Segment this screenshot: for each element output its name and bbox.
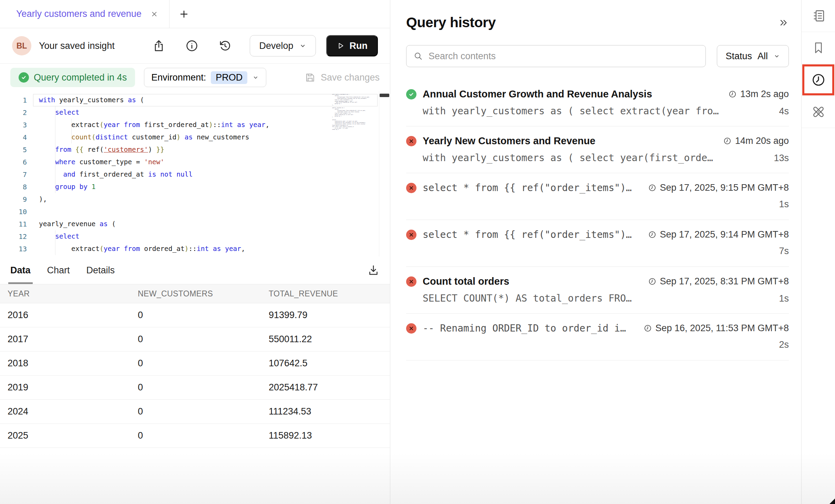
table-cell: 0 [138,334,269,345]
save-changes-button[interactable]: Save changes [304,72,380,83]
column-header-new-customers: NEW_CUSTOMERS [138,289,269,298]
version-history-icon[interactable] [218,39,232,53]
avatar: BL [12,36,31,55]
sidebar-item-explore[interactable] [802,96,835,128]
success-status-icon [406,89,416,99]
develop-button[interactable]: Develop [250,35,316,56]
document-header: BL Your saved insight Develop [0,28,390,64]
line-number: 10 [0,206,33,218]
results-tab-bar: Data Chart Details [0,256,390,284]
clock-icon [723,137,732,145]
code-line[interactable]: 8 group by 1 [0,181,390,193]
code-text: and first_ordered_at is not null [33,168,378,181]
query-history-item[interactable]: Yearly New Customers and Revenue14m 20s … [406,126,789,173]
status-bar: Query completed in 4s Environment: PROD … [0,64,390,91]
clock-icon [648,183,657,192]
code-text: from {{ ref('customers') }} [33,144,378,156]
tab-data[interactable]: Data [10,256,31,284]
tab-close-icon[interactable] [150,10,159,19]
query-history-item[interactable]: select * from {{ ref("order_items")…Sep … [406,173,789,220]
line-number: 5 [0,144,33,156]
line-number: 6 [0,156,33,168]
clock-icon [648,230,657,239]
bookmark-icon [812,41,825,55]
save-changes-label: Save changes [321,72,380,83]
sidebar-item-bookmarks[interactable] [802,32,835,64]
code-line[interactable]: 4 count(distinct customer_id) as new_cus… [0,131,390,144]
tab-details-label: Details [86,265,115,276]
query-timestamp: Sep 17, 2025, 9:14 PM GMT+8 [648,229,789,240]
code-line[interactable]: 12 select [0,230,390,243]
code-line[interactable]: 5 from {{ ref('customers') }} [0,144,390,156]
tab-yearly-customers-and-revenue[interactable]: Yearly customers and revenue [0,0,169,28]
query-history-panel: Query history Status All Annual Customer… [390,0,801,504]
code-line[interactable]: 7 and first_ordered_at is not null [0,168,390,181]
query-title: select * from {{ ref("order_items")… [423,182,642,193]
code-text: ), [33,193,378,206]
table-cell: 2025 [8,430,138,441]
sidebar-item-outline[interactable] [802,0,835,32]
query-timestamp: Sep 17, 2025, 9:15 PM GMT+8 [648,182,789,193]
search-box [406,45,706,67]
code-text: select [33,106,378,119]
tab-chart[interactable]: Chart [47,256,70,284]
query-history-item[interactable]: Annual Customer Growth and Revenue Analy… [406,80,789,126]
code-text: group by 1 [33,181,378,193]
environment-value: PROD [211,71,247,84]
scrollbar-thumb[interactable] [380,94,389,97]
table-cell: 0 [138,358,269,369]
query-duration: 1s [779,199,789,210]
chevron-down-icon [299,42,307,50]
query-history-item[interactable]: select * from {{ ref("order_items")…Sep … [406,220,789,267]
collapse-panel-icon[interactable] [779,18,789,28]
tab-bar: Yearly customers and revenue [0,0,390,28]
column-header-year: YEAR [8,289,138,298]
notebook-icon [811,9,826,23]
results-table-body: 2016091399.7920170550011.2220180107642.5… [0,303,390,448]
table-cell: 2025418.77 [269,382,390,393]
code-line[interactable]: 1with yearly_customers as ( [0,94,390,106]
code-text: extract(year from first_ordered_at)::int… [33,119,378,131]
code-line[interactable]: 10 [0,206,390,218]
table-cell: 2024 [8,406,138,417]
editor-scrollbar [379,91,390,256]
code-line[interactable]: 6 where customer_type = 'new' [0,156,390,168]
query-history-item[interactable]: -- Renaming ORDER_ID to order_id i…Sep 1… [406,314,789,360]
table-row: 20180107642.5 [0,351,390,376]
query-history-item[interactable]: Count total ordersSep 17, 2025, 8:31 PM … [406,267,789,314]
new-tab-button[interactable] [169,0,198,28]
download-results-icon[interactable] [367,256,380,284]
editor-minimap[interactable]: with yearly_customers as ( select extrac… [332,94,374,159]
code-line[interactable]: 11yearly_revenue as ( [0,218,390,230]
code-line[interactable]: 3 extract(year from first_ordered_at)::i… [0,119,390,131]
environment-selector[interactable]: Environment: PROD [144,68,266,87]
code-line[interactable]: 2 select [0,106,390,119]
app-window: Yearly customers and revenue BL Your sav… [0,0,835,504]
sidebar-item-history[interactable] [802,64,835,96]
sql-editor[interactable]: 1with yearly_customers as (2 select3 ext… [0,91,390,256]
resize-handle[interactable] [829,498,835,504]
code-line[interactable]: 9), [0,193,390,206]
code-line[interactable]: 13 extract(year from ordered_at)::int as… [0,243,390,255]
table-row: 20250115892.13 [0,424,390,448]
status-filter-dropdown[interactable]: Status All [717,45,789,67]
tab-data-label: Data [10,265,31,276]
share-icon[interactable] [152,39,166,53]
code-text: where customer_type = 'new' [33,156,378,168]
line-number: 3 [0,119,33,131]
check-circle-icon [19,72,29,83]
query-history-controls: Status All [406,45,789,67]
table-cell: 111234.53 [269,406,390,417]
info-icon[interactable] [185,39,199,53]
column-header-total-revenue: TOTAL_REVENUE [269,289,390,298]
code-text: with yearly_customers as ( [33,94,378,106]
line-number: 7 [0,168,33,181]
query-title: select * from {{ ref("order_items")… [423,229,642,240]
query-duration: 1s [779,293,789,304]
search-input[interactable] [429,51,699,62]
run-button[interactable]: Run [326,35,378,56]
active-highlight-frame [802,64,834,95]
query-history-header: Query history [406,14,789,31]
tab-details[interactable]: Details [86,256,115,284]
error-status-icon [406,183,416,193]
